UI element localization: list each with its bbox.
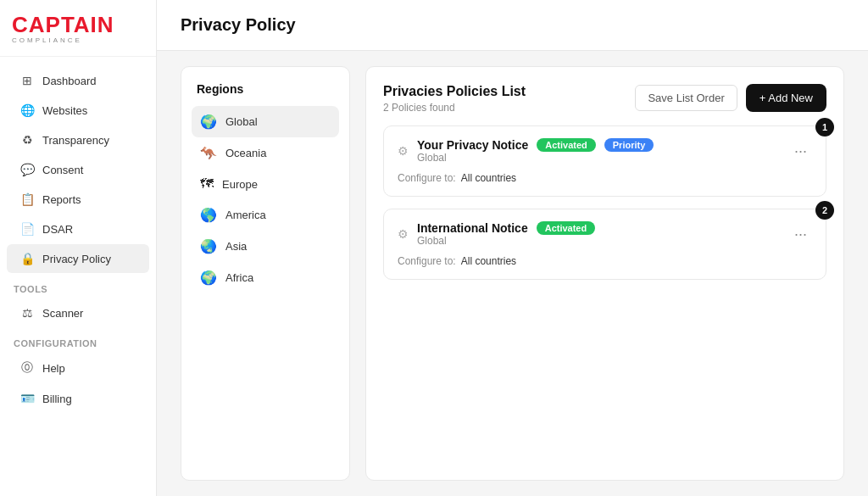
oceania-icon: 🦘 — [200, 145, 217, 161]
policy-info-2: International Notice Activated Global — [417, 221, 595, 247]
policy-card-header-2: ⚙ International Notice Activated Global … — [398, 221, 812, 247]
sidebar-item-websites[interactable]: 🌐 Websites — [7, 96, 149, 125]
sidebar-item-dsar[interactable]: 📄 DSAR — [7, 215, 149, 243]
sidebar-item-label: Billing — [42, 393, 72, 405]
regions-title: Regions — [192, 82, 339, 96]
sidebar-item-label: Dashboard — [42, 75, 97, 87]
sidebar-nav: ⊞ Dashboard 🌐 Websites ♻ Transparency 💬 … — [0, 57, 156, 496]
policies-title: Privacies Policies List — [383, 84, 526, 99]
dsar-icon: 📄 — [20, 222, 34, 236]
dashboard-icon: ⊞ — [20, 74, 34, 87]
policy-name-1: Your Privacy Notice — [417, 138, 528, 152]
regions-panel: Regions 🌍 Global 🦘 Oceania 🗺 Europe 🌎 Am… — [181, 66, 350, 481]
policies-header: Privacies Policies List 2 Policies found… — [383, 84, 826, 114]
reports-icon: 📋 — [20, 192, 34, 206]
sidebar-item-label: Privacy Policy — [42, 253, 111, 265]
sidebar-item-label: Scanner — [42, 307, 83, 320]
policy-info-1: Your Privacy Notice Activated Priority G… — [417, 138, 654, 164]
configure-value-1: All countries — [461, 172, 516, 184]
settings-icon-1[interactable]: ⚙ — [398, 144, 409, 158]
sidebar-item-billing[interactable]: 🪪 Billing — [7, 384, 149, 413]
page-title: Privacy Policy — [181, 15, 844, 35]
region-label: America — [225, 209, 266, 221]
region-label: Oceania — [225, 147, 266, 159]
add-new-button[interactable]: + Add New — [746, 84, 826, 112]
configure-label-1: Configure to: — [398, 172, 456, 184]
content-area: Regions 🌍 Global 🦘 Oceania 🗺 Europe 🌎 Am… — [157, 51, 868, 496]
region-item-oceania[interactable]: 🦘 Oceania — [192, 137, 339, 169]
africa-icon: 🌍 — [200, 270, 217, 286]
sidebar-item-label: Consent — [42, 164, 83, 176]
region-item-global[interactable]: 🌍 Global — [192, 106, 339, 137]
region-item-america[interactable]: 🌎 America — [192, 199, 339, 231]
policy-card-2: 2 ⚙ International Notice Activated Globa… — [383, 209, 826, 280]
configure-label-2: Configure to: — [398, 255, 456, 267]
sidebar: CAPTAIN COMPLIANCE ⊞ Dashboard 🌐 Website… — [0, 0, 157, 496]
sidebar-item-label: DSAR — [42, 223, 73, 236]
help-icon: ⓪ — [20, 360, 34, 376]
more-options-button-2[interactable]: ··· — [789, 224, 812, 245]
page-header: Privacy Policy — [157, 0, 868, 51]
america-icon: 🌎 — [200, 207, 217, 223]
activated-badge-2: Activated — [537, 221, 596, 235]
policy-card-1: 1 ⚙ Your Privacy Notice Activated Priori… — [383, 125, 826, 197]
save-list-order-button[interactable]: Save List Order — [635, 85, 737, 111]
sidebar-item-label: Websites — [42, 104, 87, 117]
region-label: Global — [225, 115, 258, 128]
region-label: Africa — [225, 271, 253, 284]
main-content: Privacy Policy Regions 🌍 Global 🦘 Oceani… — [157, 0, 868, 496]
region-label: Europe — [222, 178, 258, 191]
policies-title-group: Privacies Policies List 2 Policies found — [383, 84, 526, 114]
asia-icon: 🌏 — [200, 238, 217, 254]
tools-section-label: Tools — [0, 274, 156, 298]
privacy-policy-icon: 🔒 — [20, 252, 34, 265]
more-options-button-1[interactable]: ··· — [789, 141, 812, 162]
policy-card-actions-1: ··· — [789, 141, 812, 162]
region-item-asia[interactable]: 🌏 Asia — [192, 231, 339, 262]
policies-count: 2 Policies found — [383, 102, 526, 114]
activated-badge-1: Activated — [537, 138, 596, 152]
consent-icon: 💬 — [20, 163, 34, 176]
sidebar-item-label: Help — [42, 362, 65, 375]
priority-badge-1: Priority — [604, 138, 654, 152]
region-item-europe[interactable]: 🗺 Europe — [192, 169, 339, 199]
sidebar-item-help[interactable]: ⓪ Help — [7, 353, 149, 383]
policy-configure-2: Configure to: All countries — [398, 255, 812, 267]
transparency-icon: ♻ — [20, 133, 34, 147]
sidebar-item-reports[interactable]: 📋 Reports — [7, 185, 149, 214]
settings-icon-2[interactable]: ⚙ — [398, 227, 409, 241]
sidebar-item-privacy-policy[interactable]: 🔒 Privacy Policy — [7, 244, 149, 273]
global-icon: 🌍 — [200, 114, 217, 130]
order-badge-2: 2 — [815, 201, 834, 220]
policy-configure-1: Configure to: All countries — [398, 172, 812, 184]
sidebar-item-label: Transparency — [42, 134, 109, 147]
sidebar-item-consent[interactable]: 💬 Consent — [7, 155, 149, 184]
sidebar-item-dashboard[interactable]: ⊞ Dashboard — [7, 66, 149, 95]
sidebar-item-scanner[interactable]: ⚖ Scanner — [7, 298, 149, 327]
websites-icon: 🌐 — [20, 103, 34, 117]
logo-text: CAPTAIN — [12, 14, 144, 36]
logo-sub: COMPLIANCE — [12, 36, 144, 44]
policy-card-header-1: ⚙ Your Privacy Notice Activated Priority… — [398, 138, 812, 164]
scanner-icon: ⚖ — [20, 306, 34, 320]
policy-scope-1: Global — [417, 152, 654, 164]
europe-icon: 🗺 — [200, 176, 214, 192]
policies-panel: Privacies Policies List 2 Policies found… — [365, 66, 844, 481]
configure-value-2: All countries — [461, 255, 516, 267]
config-section-label: Configuration — [0, 328, 156, 352]
region-label: Asia — [225, 240, 247, 253]
policy-scope-2: Global — [417, 235, 595, 247]
logo: CAPTAIN COMPLIANCE — [0, 0, 156, 57]
policies-actions: Save List Order + Add New — [635, 84, 826, 112]
policy-name-2: International Notice — [417, 221, 528, 235]
region-item-africa[interactable]: 🌍 Africa — [192, 262, 339, 293]
order-badge-1: 1 — [815, 118, 834, 137]
policy-card-actions-2: ··· — [789, 224, 812, 245]
billing-icon: 🪪 — [20, 392, 34, 405]
sidebar-item-label: Reports — [42, 193, 81, 206]
sidebar-item-transparency[interactable]: ♻ Transparency — [7, 125, 149, 154]
